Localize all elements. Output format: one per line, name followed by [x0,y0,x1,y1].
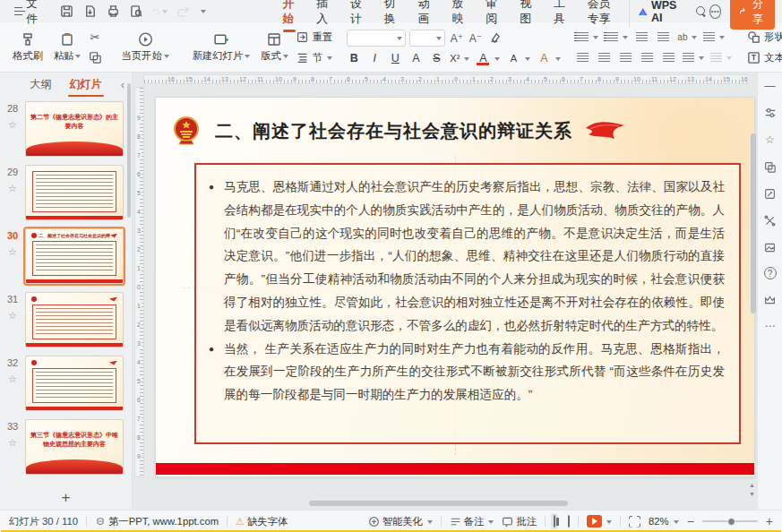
add-slide-button[interactable]: + [0,486,132,510]
tab-review[interactable]: 审阅 [476,0,510,30]
phonetic-guide-button[interactable]: ab [677,32,697,42]
print-preview-icon[interactable] [129,4,144,19]
zoom-out-button[interactable]: − [687,514,694,528]
slide-thumbnail[interactable] [25,356,124,411]
strikethrough-button[interactable]: S [429,52,443,64]
zoom-slider[interactable] [702,520,758,522]
decrease-indent-icon[interactable] [634,30,649,45]
tab-slideshow[interactable]: 放映 [443,0,477,30]
undo-icon[interactable] [152,4,168,19]
star-icon[interactable]: ☆ [8,310,17,322]
underline-button[interactable]: U [388,52,402,64]
favorites-icon[interactable]: ☆ [763,133,778,147]
clear-format-icon[interactable] [486,30,502,46]
slide-thumbnail[interactable]: 二、阐述了社会存在与社会意识的辩证关系 [25,228,124,284]
search-icon[interactable] [696,4,706,19]
section-button[interactable]: 节 [295,50,333,65]
output-pdf-icon[interactable] [82,4,98,19]
toolbox-icon[interactable] [763,213,778,227]
quickbar-customize-caret[interactable] [201,10,206,16]
notes-button[interactable]: 备注 [450,515,494,528]
align-right-icon[interactable] [618,50,633,65]
shapes-button[interactable]: 形状 [746,30,782,45]
text-direction-button[interactable] [703,32,725,41]
font-size-input[interactable] [413,33,434,44]
textbox-button[interactable]: 文本框 [746,50,782,65]
bullet-list-button[interactable] [575,32,598,41]
copy-icon[interactable] [87,50,102,65]
tab-slides[interactable]: 幻灯片 [68,73,104,96]
distribute-text-icon[interactable] [661,50,676,65]
help-icon[interactable]: ? [764,267,777,279]
panel-scrollbar[interactable] [127,83,131,218]
normal-view-button[interactable] [551,513,558,529]
text-effect-button[interactable]: A [537,52,561,64]
canvas-horizontal-scrollbar[interactable] [143,501,734,506]
appearance-icon[interactable]: ••• [709,4,721,19]
numbered-list-button[interactable] [605,32,628,41]
increase-font-icon[interactable]: A⁺ [449,30,464,46]
slide-title-block[interactable]: 二、阐述了社会存在与社会意识的辩证关系 [172,107,738,155]
tab-transition[interactable]: 切换 [374,0,408,30]
save-icon[interactable] [59,4,74,19]
slide-thumbnail[interactable] [25,165,124,220]
object-properties-icon[interactable] [763,106,778,120]
tab-view[interactable]: 视图 [510,0,544,30]
align-left-icon[interactable] [575,50,590,65]
zoom-level[interactable]: 82% [649,516,679,527]
tab-membership[interactable]: 会员专享 [578,0,626,30]
image-library-icon[interactable] [763,240,778,254]
comment-button[interactable]: 批注 [502,515,537,528]
membership-icon[interactable] [763,292,778,306]
star-icon[interactable]: ☆ [8,437,17,449]
material-library-icon[interactable] [763,159,778,174]
slide-content-textbox[interactable]: 马克思、恩格斯通过对人的社会意识产生的历史考察后指出，思想、宗教、法律、国家以及… [194,163,741,444]
tab-tools[interactable]: 工具 [544,0,578,30]
file-menu-button[interactable]: 文件 [7,0,50,29]
zoom-in-button[interactable]: + [766,514,773,528]
increase-indent-icon[interactable] [656,30,671,45]
template-source[interactable]: 第一PPT, www.1ppt.com [95,515,219,528]
tab-design[interactable]: 设计 [340,0,374,30]
tab-wps-ai[interactable]: WPS AI [629,0,688,27]
current-slide[interactable]: 二、阐述了社会存在与社会意识的辩证关系 马克思、恩格斯通过对人的社会意识产生的历… [156,98,754,476]
previous-slide-button[interactable]: ▲ [749,482,755,488]
fit-to-window-icon[interactable] [629,516,640,528]
missing-font-warning[interactable]: ⚠ 缺失字体 [236,515,288,528]
tab-outline[interactable]: 大纲 [29,73,54,96]
tab-animation[interactable]: 动画 [408,0,443,30]
star-icon[interactable]: ☆ [8,183,17,194]
highlight-color-button[interactable]: A [506,53,530,64]
tab-home[interactable]: 开始 [272,0,306,30]
collapse-panel-icon[interactable]: ‹ [121,78,125,91]
line-spacing-button[interactable] [683,53,704,62]
font-size-combo[interactable] [409,30,445,47]
canvas-vertical-scrollbar[interactable] [751,87,756,477]
align-center-icon[interactable] [597,50,612,65]
design-tools-icon[interactable] [763,186,778,201]
more-panels-icon[interactable]: ⋯ [763,319,778,333]
superscript-button[interactable]: X² [450,53,469,64]
char-border-button[interactable]: A [408,52,423,64]
new-slide-button[interactable]: 新建幻灯片 [188,30,254,64]
paste-button[interactable]: 粘贴 [49,30,86,64]
slide-thumbnail[interactable]: 第三节《德意志意识形态》中唯物史观思想的主要内容 [25,419,124,475]
next-slide-button[interactable]: ▼ [749,491,755,497]
align-justify-icon[interactable] [640,50,655,65]
decrease-font-icon[interactable]: A⁻ [468,30,483,46]
paragraph-layout-button[interactable] [710,53,732,62]
font-name-input[interactable] [350,33,395,44]
star-icon[interactable]: ☆ [8,119,17,131]
redo-icon[interactable] [176,4,191,19]
format-painter-button[interactable]: 格式刷 [8,30,47,64]
reset-button[interactable]: 重置 [295,30,333,45]
zoom-slider-knob[interactable] [727,518,735,526]
tab-insert[interactable]: 插入 [306,0,340,30]
play-from-current-button[interactable]: 当页开始 [116,30,173,64]
smart-beautify-button[interactable]: 智能美化 [368,515,433,528]
italic-button[interactable]: I [367,52,382,64]
star-icon[interactable]: ☆ [8,373,17,385]
slide-thumbnail[interactable] [25,292,124,348]
cut-icon[interactable]: ✂ [87,30,102,45]
bold-button[interactable]: B [347,52,361,64]
